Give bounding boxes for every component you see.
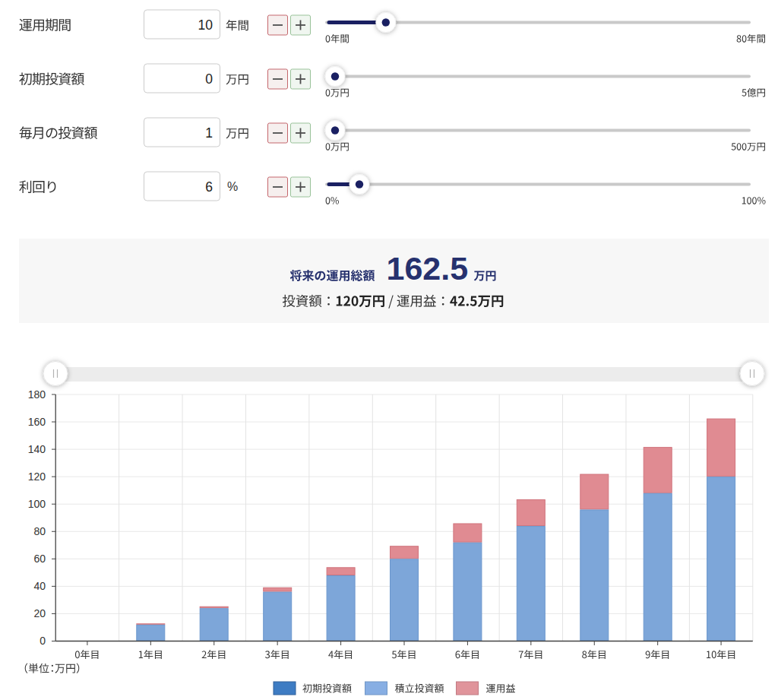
svg-text:%: % bbox=[227, 180, 238, 193]
svg-text:120: 120 bbox=[28, 470, 46, 483]
svg-text:1: 1 bbox=[205, 125, 213, 141]
svg-text:140: 140 bbox=[28, 443, 46, 455]
svg-text:80: 80 bbox=[33, 525, 46, 537]
svg-text:60: 60 bbox=[33, 553, 46, 565]
svg-text:180: 180 bbox=[28, 388, 46, 401]
svg-text:20: 20 bbox=[33, 607, 46, 619]
svg-text:0: 0 bbox=[40, 635, 46, 647]
svg-text:160: 160 bbox=[28, 416, 46, 428]
svg-text:10: 10 bbox=[198, 17, 213, 33]
svg-text:6: 6 bbox=[205, 179, 213, 195]
svg-text:40: 40 bbox=[33, 580, 46, 592]
svg-text:100: 100 bbox=[28, 498, 46, 510]
svg-text:0: 0 bbox=[205, 71, 213, 87]
svg-text:162.5: 162.5 bbox=[387, 250, 469, 287]
